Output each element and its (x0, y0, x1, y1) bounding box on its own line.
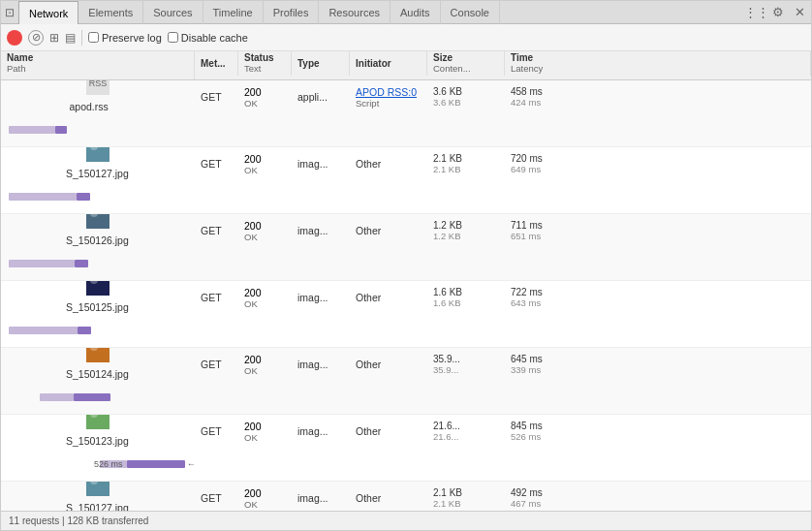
table-row[interactable]: S_150127.jpgantwrp.gsfc.na...GET200OKima… (1, 147, 811, 214)
table-body: RSSapod.rssapod.nasa.govGET200OKappli...… (1, 80, 811, 511)
td-time: 722 ms643 ms (505, 281, 811, 314)
table-row[interactable]: RSSapod.rssapod.nasa.govGET200OKappli...… (1, 80, 811, 147)
td-type: imag... (292, 348, 350, 381)
td-time: 711 ms651 ms (505, 214, 811, 247)
td-size: 1.6 KB1.6 KB (427, 281, 505, 314)
preserve-log-checkbox[interactable] (88, 32, 99, 43)
tab-network[interactable]: Network (18, 1, 78, 24)
th-initiator[interactable]: Initiator (350, 51, 427, 76)
td-name: S_150125.jpgantwrp.gsfc.na... (1, 281, 195, 314)
table-row[interactable]: S_150127.jpgantwrp.gsfc.na...GET200OKima… (1, 482, 811, 511)
table-row[interactable]: S_150126.jpgantwrp.gsfc.na...GET200OKima… (1, 214, 811, 281)
view-toggle-icon[interactable]: ▤ (65, 31, 76, 45)
record-button[interactable] (7, 30, 22, 46)
th-status[interactable]: StatusText (238, 51, 292, 76)
tab-elements[interactable]: Elements (78, 1, 143, 24)
tab-audits[interactable]: Audits (390, 1, 441, 24)
td-method: GET (195, 482, 238, 511)
svg-rect-1 (86, 152, 109, 162)
network-table: NamePath Met... StatusText Type Initiato… (1, 51, 811, 511)
table-row[interactable]: S_150124.jpgantwrp.gsfc.na...GET200OKima… (1, 348, 811, 415)
td-timeline: 526 ms←319 ms (1, 448, 195, 481)
time-latency: 424 ms (511, 97, 805, 108)
th-type[interactable]: Type (292, 51, 350, 76)
status-code: 200 (244, 287, 286, 298)
disable-cache-label[interactable]: Disable cache (168, 32, 248, 44)
tab-resources[interactable]: Resources (319, 1, 390, 24)
inspect-icon: ⊡ (5, 6, 15, 19)
td-status: 200OK (238, 415, 292, 448)
td-initiator: Other (350, 348, 427, 381)
time-latency: 467 ms (511, 498, 805, 509)
td-initiator: Other (350, 482, 427, 511)
bar-receiving (78, 327, 91, 334)
time-total: 492 ms (511, 487, 805, 498)
file-thumbnail (86, 415, 109, 429)
th-size[interactable]: SizeConten... (427, 51, 505, 76)
td-timeline (1, 247, 195, 280)
time-total: 845 ms (511, 421, 805, 431)
svg-rect-10 (86, 353, 109, 362)
table-row[interactable]: S_150123.jpgantwrp.gsfc.na...GET200OKima… (1, 415, 811, 482)
size-content: 21.6... (433, 431, 499, 442)
table-header: NamePath Met... StatusText Type Initiato… (1, 51, 811, 80)
tab-sources[interactable]: Sources (143, 1, 203, 24)
td-type: imag... (292, 214, 350, 247)
time-latency: 339 ms (511, 364, 805, 375)
size-content: 1.2 KB (433, 231, 499, 241)
td-type: imag... (292, 281, 350, 314)
file-name: S_150127.jpg (66, 502, 130, 511)
td-status: 200OK (238, 80, 292, 113)
tab-timeline[interactable]: Timeline (203, 1, 264, 24)
timeline-bar-container (1, 381, 195, 414)
bar-label-left: 526 ms (94, 459, 123, 469)
td-name: S_150127.jpgantwrp.gsfc.na... (1, 482, 195, 511)
file-thumbnail (86, 281, 109, 296)
bar-waiting (9, 126, 55, 134)
disable-cache-checkbox[interactable] (168, 32, 178, 43)
clear-button[interactable]: ⊘ (28, 30, 44, 46)
file-thumbnail (86, 147, 109, 162)
more-tools-icon[interactable]: ⋮⋮ (749, 5, 765, 20)
td-time: 720 ms649 ms (505, 147, 811, 180)
status-bar: 11 requests | 128 KB transferred (1, 511, 811, 530)
time-latency: 643 ms (511, 297, 805, 308)
table-row[interactable]: S_150125.jpgantwrp.gsfc.na...GET200OKima… (1, 281, 811, 348)
status-text: OK (244, 298, 286, 309)
close-icon[interactable]: ✕ (792, 5, 807, 20)
th-time[interactable]: TimeLatency (505, 51, 811, 76)
status-text: OK (244, 98, 286, 109)
bar-receiving (74, 393, 110, 401)
td-size: 35.9...35.9... (427, 348, 505, 381)
td-size: 1.2 KB1.2 KB (427, 214, 505, 247)
bar-receiving (127, 460, 185, 468)
time-total: 458 ms (511, 86, 805, 97)
status-code: 200 (244, 153, 286, 165)
bar-label-right: ←319 ms (187, 459, 195, 469)
timeline-bar-container (1, 113, 195, 146)
preserve-log-label[interactable]: Preserve log (88, 32, 162, 44)
td-timeline (1, 113, 195, 146)
tab-profiles[interactable]: Profiles (264, 1, 320, 24)
td-size: 2.1 KB2.1 KB (427, 147, 505, 180)
td-time: 458 ms424 ms (505, 80, 811, 113)
td-size: 3.6 KB3.6 KB (427, 80, 505, 113)
tab-bar-right: ⋮⋮ ⚙ ✕ (749, 5, 807, 20)
th-name[interactable]: NamePath (1, 51, 195, 76)
td-initiator: Other (350, 415, 427, 448)
th-method[interactable]: Met... (195, 51, 238, 76)
file-info: apod.rssapod.nasa.gov (69, 101, 126, 113)
initiator-sub: Script (356, 98, 422, 109)
bar-receiving (55, 126, 67, 134)
size-transferred: 35.9... (433, 354, 499, 364)
initiator-link[interactable]: APOD RSS:0 (356, 86, 422, 98)
td-method: GET (195, 281, 238, 314)
timeline-bar-container (1, 314, 195, 347)
tab-bar: ⊡ Network Elements Sources Timeline Prof… (1, 1, 811, 24)
filter-icon[interactable]: ⊞ (49, 31, 59, 45)
th-timeline[interactable]: Timeline 1.00 s 1.50 s 2.00 s (1, 76, 195, 80)
time-latency: 526 ms (511, 431, 805, 442)
network-toolbar: ⊘ ⊞ ▤ Preserve log Disable cache (1, 24, 811, 51)
settings-icon[interactable]: ⚙ (770, 5, 786, 20)
tab-console[interactable]: Console (441, 1, 500, 24)
